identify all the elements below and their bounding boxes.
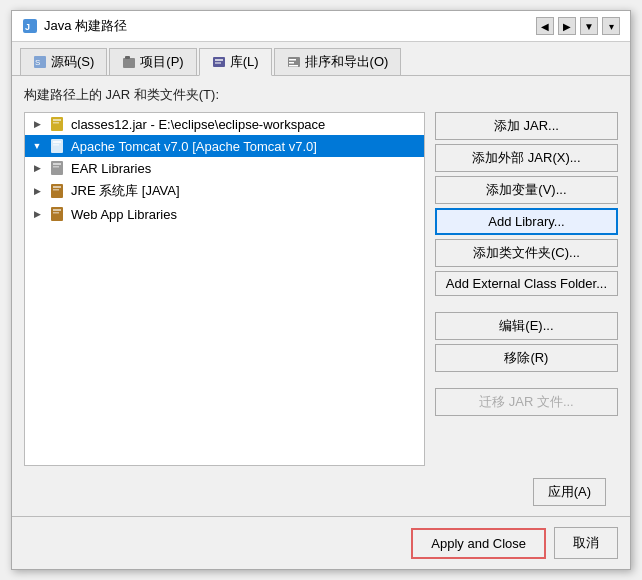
main-section: ▶ classes12.jar - E:\eclipse\eclipse-wor…: [24, 112, 618, 466]
menu-button[interactable]: ▾: [602, 17, 620, 35]
expand-arrow-webapp[interactable]: ▶: [31, 208, 43, 220]
expand-arrow-classes12[interactable]: ▶: [31, 118, 43, 130]
section-label: 构建路径上的 JAR 和类文件夹(T):: [24, 86, 618, 104]
jar-icon: [49, 116, 65, 132]
apply-and-close-button[interactable]: Apply and Close: [411, 528, 546, 559]
forward-button[interactable]: ▶: [558, 17, 576, 35]
list-item-label: EAR Libraries: [71, 161, 151, 176]
edit-button[interactable]: 编辑(E)...: [435, 312, 618, 340]
expand-arrow-ear[interactable]: ▶: [31, 162, 43, 174]
add-external-jar-button[interactable]: 添加外部 JAR(X)...: [435, 144, 618, 172]
remove-button[interactable]: 移除(R): [435, 344, 618, 372]
svg-rect-7: [215, 59, 223, 61]
tab-source-label: 源码(S): [51, 53, 94, 71]
add-class-folder-button[interactable]: 添加类文件夹(C)...: [435, 239, 618, 267]
button-spacer-2: [435, 376, 618, 384]
expand-arrow-tomcat[interactable]: ▼: [31, 140, 43, 152]
svg-rect-24: [53, 189, 59, 191]
svg-rect-14: [53, 119, 61, 121]
list-item[interactable]: ▼ Apache Tomcat v7.0 [Apache Tomcat v7.0…: [25, 135, 424, 157]
list-item-label: Web App Libraries: [71, 207, 177, 222]
list-item-label: Apache Tomcat v7.0 [Apache Tomcat v7.0]: [71, 139, 317, 154]
svg-rect-17: [53, 141, 61, 143]
apply-row: 应用(A): [24, 474, 618, 506]
list-item[interactable]: ▶ Web App Libraries: [25, 203, 424, 225]
svg-rect-11: [289, 62, 294, 64]
svg-rect-4: [123, 58, 135, 68]
cancel-button[interactable]: 取消: [554, 527, 618, 559]
tab-libraries[interactable]: 库(L): [199, 48, 272, 76]
jre-library-icon: [49, 183, 65, 199]
list-item-label: JRE 系统库 [JAVA]: [71, 182, 180, 200]
svg-rect-8: [215, 62, 221, 64]
svg-rect-21: [53, 166, 59, 168]
title-bar: J Java 构建路径 ◀ ▶ ▼ ▾: [12, 11, 630, 42]
expand-arrow-jre[interactable]: ▶: [31, 185, 43, 197]
tab-order-label: 排序和导出(O): [305, 53, 389, 71]
bottom-bar: Apply and Close 取消: [12, 516, 630, 569]
list-item-label: classes12.jar - E:\eclipse\eclipse-works…: [71, 117, 325, 132]
add-library-button[interactable]: Add Library...: [435, 208, 618, 235]
title-bar-left: J Java 构建路径: [22, 17, 127, 35]
add-variable-button[interactable]: 添加变量(V)...: [435, 176, 618, 204]
dialog-icon: J: [22, 18, 38, 34]
svg-rect-18: [53, 144, 59, 146]
ear-library-icon: [49, 160, 65, 176]
projects-icon: [122, 55, 136, 69]
svg-rect-23: [53, 186, 61, 188]
tab-order[interactable]: 排序和导出(O): [274, 48, 402, 75]
svg-rect-20: [53, 163, 61, 165]
apply-button[interactable]: 应用(A): [533, 478, 606, 506]
source-icon: S: [33, 55, 47, 69]
add-external-class-folder-button[interactable]: Add External Class Folder...: [435, 271, 618, 296]
svg-rect-5: [125, 56, 130, 59]
content-area: 构建路径上的 JAR 和类文件夹(T): ▶ classes12.jar - E…: [12, 76, 630, 516]
svg-rect-26: [53, 209, 61, 211]
action-buttons: 添加 JAR... 添加外部 JAR(X)... 添加变量(V)... Add …: [435, 112, 618, 466]
svg-text:S: S: [35, 58, 40, 67]
svg-rect-27: [53, 212, 59, 214]
list-item[interactable]: ▶ EAR Libraries: [25, 157, 424, 179]
back-button[interactable]: ◀: [536, 17, 554, 35]
library-list[interactable]: ▶ classes12.jar - E:\eclipse\eclipse-wor…: [24, 112, 425, 466]
libraries-icon: [212, 55, 226, 69]
tab-projects[interactable]: 项目(P): [109, 48, 196, 75]
webapp-library-icon: [49, 206, 65, 222]
order-icon: [287, 55, 301, 69]
library-icon: [49, 138, 65, 154]
tab-projects-label: 项目(P): [140, 53, 183, 71]
add-jar-button[interactable]: 添加 JAR...: [435, 112, 618, 140]
tab-source[interactable]: S 源码(S): [20, 48, 107, 75]
java-build-path-dialog: J Java 构建路径 ◀ ▶ ▼ ▾ S 源码(S): [11, 10, 631, 570]
tabs-bar: S 源码(S) 项目(P) 库(L): [12, 42, 630, 76]
dialog-title: Java 构建路径: [44, 17, 127, 35]
button-spacer: [435, 300, 618, 308]
tab-libraries-label: 库(L): [230, 53, 259, 71]
svg-rect-12: [289, 65, 298, 67]
migrate-jar-button[interactable]: 迁移 JAR 文件...: [435, 388, 618, 416]
svg-text:J: J: [25, 22, 30, 32]
down-button[interactable]: ▼: [580, 17, 598, 35]
list-item[interactable]: ▶ classes12.jar - E:\eclipse\eclipse-wor…: [25, 113, 424, 135]
svg-rect-15: [53, 122, 59, 124]
svg-rect-10: [289, 59, 296, 61]
list-item[interactable]: ▶ JRE 系统库 [JAVA]: [25, 179, 424, 203]
title-bar-buttons: ◀ ▶ ▼ ▾: [536, 17, 620, 35]
